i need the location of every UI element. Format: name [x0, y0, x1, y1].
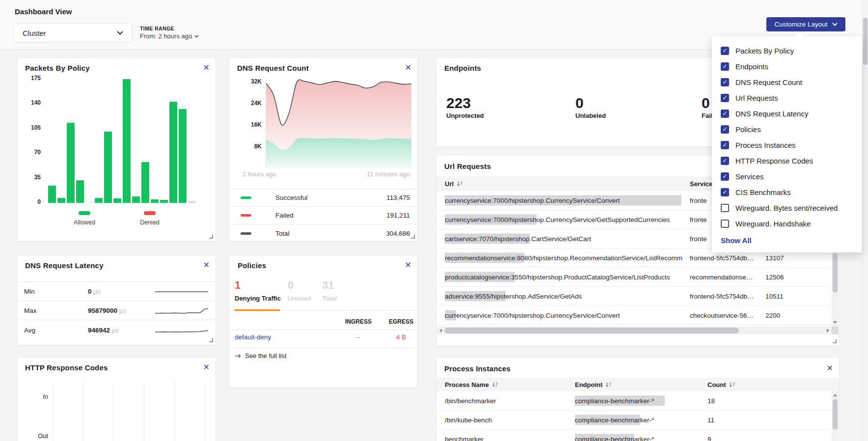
- chevron-down-icon: [194, 35, 199, 38]
- tab-count: 0: [288, 279, 311, 292]
- card-title: HTTP Response Codes: [25, 363, 108, 372]
- highlighted-text: compliance-benchmarker-*: [575, 396, 665, 406]
- menu-item[interactable]: ✓DNS Request Latency: [712, 106, 862, 121]
- process-row[interactable]: benchmarkercompliance-benchmarker-*9: [436, 430, 832, 441]
- card-title: Endpoints: [444, 64, 481, 72]
- bar-allowed: [179, 109, 187, 203]
- close-icon[interactable]: ✕: [203, 261, 210, 269]
- latency-label: Avg: [24, 326, 35, 333]
- menu-item-label: Wireguard. Bytes sent/received: [735, 204, 838, 212]
- url-request-row[interactable]: currencyservice:7000/hipstershop.Currenc…: [436, 306, 832, 325]
- checkbox-checked-icon[interactable]: ✓: [721, 188, 729, 196]
- menu-item-label: DNS Request Count: [735, 78, 802, 86]
- menu-item[interactable]: ✓Process Instances: [712, 137, 862, 153]
- bar-allowed: [76, 180, 84, 203]
- column-header-count[interactable]: Count: [707, 381, 735, 388]
- policy-name-link[interactable]: default-deny: [235, 333, 271, 341]
- column-header-endpoint[interactable]: Endpoint: [575, 381, 612, 388]
- scroll-left-icon[interactable]: [439, 329, 442, 332]
- url-request-row[interactable]: productcatalogservice:3550/hipstershop.P…: [436, 268, 832, 287]
- checkbox-checked-icon[interactable]: ✓: [721, 78, 729, 86]
- menu-item[interactable]: ✓Services: [712, 168, 862, 184]
- scroll-down-icon[interactable]: [833, 321, 837, 324]
- sparkline: [155, 286, 209, 298]
- resize-handle[interactable]: [209, 235, 213, 239]
- customize-layout-button[interactable]: Customize Layout: [766, 17, 845, 31]
- y-axis-tick: 140: [26, 99, 41, 106]
- checkbox-checked-icon[interactable]: ✓: [721, 172, 729, 181]
- see-full-list-link[interactable]: See the full list: [235, 352, 287, 359]
- menu-item[interactable]: Wireguard. Bytes sent/received: [712, 200, 862, 216]
- policy-tab-denying-traffic[interactable]: 1Denying Traffic: [235, 279, 281, 302]
- legend-swatch: [79, 211, 90, 215]
- url-cell: adservice:9555/hipstershop.AdService/Get…: [445, 293, 582, 300]
- menu-item[interactable]: ✓CIS Benchmarks: [712, 184, 862, 200]
- resize-handle[interactable]: [833, 339, 837, 343]
- checkbox-unchecked-icon[interactable]: [721, 220, 729, 228]
- highlighted-text: adservice:9555/hipst: [445, 291, 506, 302]
- sort-icon: [605, 382, 612, 388]
- checkbox-checked-icon[interactable]: ✓: [721, 157, 729, 165]
- menu-item[interactable]: ✓Packets By Policy: [712, 43, 862, 58]
- view-selector-dropdown[interactable]: Cluster: [13, 23, 133, 43]
- menu-item[interactable]: ✓HTTP Response Codes: [712, 153, 862, 168]
- vertical-scrollbar[interactable]: [832, 391, 839, 441]
- column-header-ingress: INGRESS: [334, 318, 383, 325]
- latency-value: 946942 µs: [88, 326, 119, 333]
- bar-allowed: [169, 102, 177, 203]
- scrollbar-thumb[interactable]: [833, 399, 838, 430]
- sort-icon: [729, 382, 735, 388]
- menu-item[interactable]: ✓DNS Request Count: [712, 74, 862, 90]
- url-request-row[interactable]: adservice:9555/hipstershop.AdService/Get…: [436, 287, 832, 306]
- process-instances-card: Process Instances ✕ Process NameEndpoint…: [436, 357, 840, 441]
- scrollbar-thumb[interactable]: [863, 18, 868, 65]
- column-header-service[interactable]: Service: [690, 180, 712, 188]
- close-icon[interactable]: ✕: [203, 64, 210, 72]
- bar-allowed: [123, 79, 131, 203]
- process-row[interactable]: /bin/kube-benchcompliance-benchmarker-*1…: [436, 411, 832, 430]
- bar-denied: [188, 201, 196, 203]
- scroll-up-icon[interactable]: [833, 394, 837, 396]
- column-header-process-name[interactable]: Process Name: [445, 381, 498, 388]
- show-all-link[interactable]: Show All: [721, 236, 752, 245]
- checkbox-unchecked-icon[interactable]: [721, 204, 729, 212]
- checkbox-checked-icon[interactable]: ✓: [721, 141, 729, 149]
- sort-icon: [492, 382, 498, 388]
- scrollbar-thumb[interactable]: [833, 253, 838, 293]
- highlighted-text: currencyservice:7000/hipstershop.Currenc…: [445, 195, 681, 206]
- time-range-label: TIME RANGE: [140, 26, 174, 31]
- close-icon[interactable]: ✕: [827, 364, 833, 372]
- time-range-selector[interactable]: From: 2 hours ago: [140, 32, 199, 40]
- checkbox-checked-icon[interactable]: ✓: [721, 47, 729, 55]
- latency-row-min: Min0 µs: [17, 282, 216, 301]
- checkbox-checked-icon[interactable]: ✓: [721, 110, 729, 118]
- policy-tab-unused[interactable]: 0Unused: [288, 279, 311, 302]
- menu-item[interactable]: Wireguard. Handshake: [712, 216, 862, 231]
- scroll-right-icon[interactable]: [827, 329, 829, 332]
- page-scrollbar[interactable]: [862, 0, 868, 441]
- checkbox-checked-icon[interactable]: ✓: [721, 94, 729, 102]
- scrollbar-thumb[interactable]: [444, 328, 739, 333]
- bar-allowed: [85, 202, 93, 203]
- menu-item[interactable]: ✓Policies: [712, 121, 862, 137]
- legend-item-denied: Denied: [130, 208, 169, 226]
- x-axis-label-right: 11 minutes ago: [367, 170, 410, 178]
- page-title: Dashboard View: [15, 7, 72, 16]
- resize-handle[interactable]: [411, 235, 415, 239]
- menu-item[interactable]: ✓Url Requests: [712, 90, 862, 106]
- checkbox-checked-icon[interactable]: ✓: [721, 125, 729, 134]
- horizontal-scrollbar[interactable]: [436, 327, 832, 334]
- stat-unprotected: 223Unprotected: [446, 95, 484, 119]
- checkbox-checked-icon[interactable]: ✓: [721, 62, 729, 71]
- close-icon[interactable]: ✕: [405, 261, 411, 269]
- menu-item[interactable]: ✓Endpoints: [712, 58, 862, 74]
- table-header: Process NameEndpointCount: [436, 378, 839, 391]
- process-row[interactable]: /bin/benchmarkercompliance-benchmarker-*…: [436, 391, 832, 411]
- legend-item-allowed: Allowed: [65, 208, 104, 226]
- y-axis-tick: 24K: [247, 100, 262, 107]
- column-header-url[interactable]: Url: [445, 180, 463, 188]
- resize-handle[interactable]: [209, 338, 213, 342]
- policy-tab-total[interactable]: 31Total: [322, 279, 337, 302]
- close-icon[interactable]: ✕: [203, 363, 210, 371]
- close-icon[interactable]: ✕: [405, 64, 411, 72]
